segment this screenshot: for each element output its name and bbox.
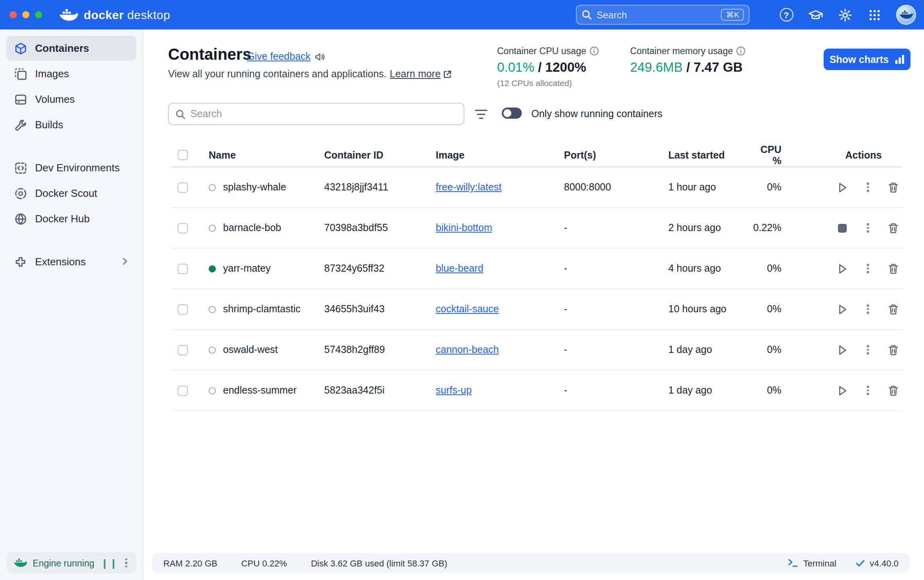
start-button[interactable]: [835, 261, 850, 276]
terminal-label: Terminal: [803, 558, 836, 568]
window-close-button[interactable]: [10, 11, 17, 18]
docker-whale-icon: [59, 8, 78, 22]
image-link[interactable]: free-willy:latest: [436, 182, 501, 193]
start-button[interactable]: [835, 180, 850, 195]
delete-button[interactable]: [886, 180, 901, 195]
row-menu-button[interactable]: [860, 180, 875, 195]
sidebar-item-label: Containers: [35, 42, 89, 54]
sidebar-item-extensions[interactable]: Extensions: [6, 249, 136, 274]
memory-usage-label: Container memory usage: [630, 46, 733, 56]
container-id: 34655h3uif43: [324, 304, 436, 315]
graduation-cap-icon: [808, 8, 824, 21]
image-link[interactable]: blue-beard: [436, 263, 484, 274]
container-name[interactable]: oswald-west: [223, 344, 278, 355]
learn-more-link[interactable]: Learn more: [390, 69, 452, 80]
container-name[interactable]: yarr-matey: [223, 263, 270, 274]
give-feedback-link[interactable]: Give feedback: [247, 51, 325, 62]
pause-engine-button[interactable]: ❙❙: [101, 557, 118, 568]
container-cpu: 0%: [751, 182, 788, 193]
docker-scout-icon: [14, 186, 27, 200]
running-only-toggle[interactable]: [502, 108, 522, 119]
sidebar-item-builds[interactable]: Builds: [6, 112, 136, 137]
col-header-container-id[interactable]: Container ID: [324, 149, 436, 161]
delete-button[interactable]: [886, 302, 901, 317]
help-button[interactable]: ?: [778, 7, 794, 23]
info-icon[interactable]: [589, 46, 599, 56]
show-charts-label: Show charts: [830, 54, 889, 65]
sidebar-item-containers[interactable]: Containers: [6, 36, 136, 61]
version-indicator[interactable]: v4.40.0: [855, 558, 899, 568]
image-link[interactable]: surfs-up: [436, 385, 472, 396]
row-checkbox[interactable]: [178, 223, 188, 233]
row-checkbox[interactable]: [178, 304, 188, 314]
search-shortcut-badge: ⌘K: [721, 9, 744, 21]
delete-button[interactable]: [886, 342, 901, 357]
container-name[interactable]: endless-summer: [223, 385, 297, 396]
engine-menu-button[interactable]: [124, 556, 129, 569]
container-search: [168, 103, 464, 125]
container-last-started: 1 hour ago: [668, 182, 751, 193]
row-checkbox[interactable]: [178, 385, 188, 396]
row-checkbox[interactable]: [178, 263, 188, 274]
container-ports: -: [564, 385, 668, 396]
terminal-icon: [788, 558, 799, 567]
disk-usage: Disk 3.62 GB used (limit 58.37 GB): [311, 558, 447, 568]
col-header-cpu[interactable]: CPU %: [751, 144, 788, 166]
sidebar-item-dev-environments[interactable]: Dev Environments: [6, 155, 136, 180]
container-name[interactable]: shrimp-clamtastic: [223, 304, 301, 315]
image-link[interactable]: cocktail-sauce: [436, 304, 499, 315]
trash-icon: [887, 344, 899, 356]
container-ports: -: [564, 304, 668, 315]
info-icon[interactable]: [736, 46, 746, 56]
row-menu-button[interactable]: [860, 302, 875, 317]
memory-usage-metric: Container memory usage 249.6MB / 7.47 GB: [630, 46, 746, 75]
row-menu-button[interactable]: [860, 342, 875, 357]
row-menu-button[interactable]: [860, 383, 875, 398]
col-header-image[interactable]: Image: [436, 149, 564, 161]
sidebar-item-docker-hub[interactable]: Docker Hub: [6, 206, 136, 231]
stop-button[interactable]: [835, 220, 850, 235]
user-avatar[interactable]: [896, 5, 916, 25]
container-last-started: 1 day ago: [668, 385, 751, 396]
filter-button[interactable]: [473, 106, 489, 122]
start-button[interactable]: [835, 342, 850, 357]
sidebar-spacer: [6, 138, 136, 155]
image-link[interactable]: cannon-beach: [436, 344, 499, 355]
start-button[interactable]: [835, 302, 850, 317]
sidebar-item-volumes[interactable]: Volumes: [6, 87, 136, 112]
page-subtitle: View all your running containers and app…: [168, 69, 452, 80]
sidebar-item-docker-scout[interactable]: Docker Scout: [6, 181, 136, 206]
col-header-last-started[interactable]: Last started: [668, 149, 751, 161]
row-checkbox[interactable]: [178, 345, 188, 355]
image-link[interactable]: bikini-bottom: [436, 222, 492, 233]
col-header-name[interactable]: Name: [197, 149, 324, 161]
container-name[interactable]: splashy-whale: [223, 182, 286, 193]
window-minimize-button[interactable]: [22, 11, 29, 18]
row-menu-button[interactable]: [860, 220, 875, 235]
delete-button[interactable]: [886, 220, 901, 235]
global-search[interactable]: Search ⌘K: [576, 5, 750, 25]
window-zoom-button[interactable]: [35, 11, 42, 18]
sidebar-item-label: Builds: [35, 119, 63, 131]
container-name[interactable]: barnacle-bob: [223, 222, 281, 233]
sidebar-item-images[interactable]: Images: [6, 61, 136, 86]
delete-button[interactable]: [886, 383, 901, 398]
start-button[interactable]: [835, 383, 850, 398]
select-all-checkbox[interactable]: [178, 150, 188, 160]
table-row: yarr-matey 87324y65ff32 blue-beard - 4 h…: [171, 249, 902, 289]
filter-icon: [475, 109, 487, 119]
row-menu-button[interactable]: [860, 261, 875, 276]
show-charts-button[interactable]: Show charts: [824, 49, 910, 70]
row-checkbox[interactable]: [178, 182, 188, 192]
page-title: Containers: [168, 45, 251, 64]
container-search-input[interactable]: [190, 108, 457, 120]
chevron-right-icon: [121, 256, 129, 268]
col-header-ports[interactable]: Port(s): [564, 149, 668, 161]
subtitle-text: View all your running containers and app…: [168, 69, 387, 80]
terminal-button[interactable]: Terminal: [788, 558, 836, 568]
apps-grid-button[interactable]: [867, 7, 883, 23]
learning-center-button[interactable]: [808, 7, 824, 23]
settings-button[interactable]: [837, 7, 853, 23]
delete-button[interactable]: [886, 261, 901, 276]
ram-usage: RAM 2.20 GB: [163, 558, 217, 568]
